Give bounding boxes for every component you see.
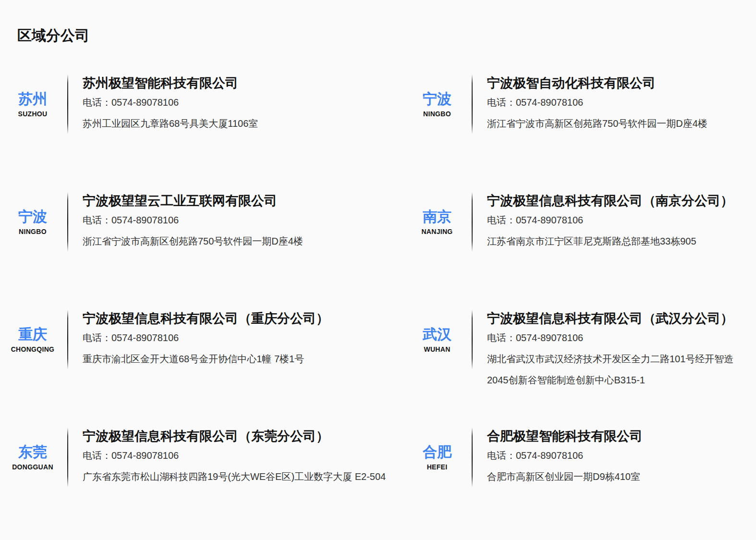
- vertical-divider: [472, 310, 473, 369]
- phone-number: 0574-89078106: [516, 332, 583, 343]
- phone-number: 0574-89078106: [111, 450, 179, 461]
- office-city-name: 苏州: [18, 91, 47, 107]
- phone-number: 0574-89078106: [516, 450, 583, 461]
- office-details: 合肥极望智能科技有限公司 电话：0574-89078106 合肥市高新区创业园一…: [487, 428, 744, 487]
- vertical-divider: [67, 310, 68, 369]
- vertical-divider: [67, 192, 68, 252]
- phone-label: 电话：: [487, 215, 516, 225]
- office-phone-row: 电话：0574-89078106: [83, 92, 397, 113]
- office-card: 重庆 CHONGQING 宁波极望信息科技有限公司（重庆分公司） 电话：0574…: [8, 310, 397, 369]
- phone-number: 0574-89078106: [516, 97, 583, 108]
- phone-label: 电话：: [83, 215, 111, 225]
- office-details: 宁波极望信息科技有限公司（武汉分公司） 电话：0574-89078106 湖北省…: [487, 310, 744, 391]
- office-city-block: 东莞 DONGGUAN: [8, 428, 58, 487]
- office-company-name: 宁波极望信息科技有限公司（武汉分公司）: [487, 310, 744, 327]
- office-city-name-en: SUZHOU: [18, 110, 48, 118]
- office-phone-row: 电话：0574-89078106: [487, 209, 744, 231]
- office-details: 宁波极望信息科技有限公司（东莞分公司） 电话：0574-89078106 广东省…: [83, 428, 397, 487]
- office-address: 广东省东莞市松山湖科技四路19号(光大WE谷E区)工业数字大厦 E2-504: [83, 466, 397, 487]
- phone-label: 电话：: [487, 450, 516, 461]
- office-company-name: 合肥极望智能科技有限公司: [487, 428, 744, 445]
- office-company-name: 宁波极望信息科技有限公司（东莞分公司）: [83, 428, 397, 445]
- phone-label: 电话：: [83, 97, 111, 108]
- office-phone-row: 电话：0574-89078106: [487, 92, 744, 113]
- office-company-name: 宁波极望信息科技有限公司（重庆分公司）: [83, 310, 397, 327]
- phone-label: 电话：: [487, 97, 516, 108]
- phone-label: 电话：: [487, 332, 516, 343]
- office-address: 重庆市渝北区金开大道68号金开协信中心1幢 7楼1号: [83, 348, 397, 369]
- office-card: 苏州 SUZHOU 苏州极望智能科技有限公司 电话：0574-89078106 …: [8, 74, 397, 134]
- office-city-name-en: WUHAN: [424, 345, 450, 354]
- vertical-divider: [472, 428, 473, 487]
- office-card: 宁波 NINGBO 宁波极智自动化科技有限公司 电话：0574-89078106…: [412, 74, 744, 134]
- phone-number: 0574-89078106: [516, 215, 583, 225]
- vertical-divider: [67, 74, 68, 134]
- office-address: 江苏省南京市江宁区菲尼克斯路总部基地33栋905: [487, 231, 744, 252]
- regional-branches-section: 区域分公司 苏州 SUZHOU 苏州极望智能科技有限公司 电话：0574-890…: [0, 0, 756, 540]
- office-card: 武汉 WUHAN 宁波极望信息科技有限公司（武汉分公司） 电话：0574-890…: [412, 310, 744, 391]
- office-details: 宁波极智自动化科技有限公司 电话：0574-89078106 浙江省宁波市高新区…: [487, 74, 744, 134]
- phone-number: 0574-89078106: [111, 215, 179, 225]
- office-city-name: 宁波: [423, 91, 451, 107]
- office-address: 浙江省宁波市高新区创苑路750号软件园一期D座4楼: [487, 113, 744, 134]
- office-city-name-en: HEFEI: [427, 463, 448, 471]
- vertical-divider: [67, 428, 68, 487]
- office-city-name: 武汉: [423, 326, 451, 343]
- office-city-block: 重庆 CHONGQING: [8, 310, 58, 369]
- office-city-block: 宁波 NINGBO: [412, 74, 462, 134]
- office-card: 合肥 HEFEI 合肥极望智能科技有限公司 电话：0574-89078106 合…: [412, 428, 744, 487]
- office-address: 合肥市高新区创业园一期D9栋410室: [487, 466, 744, 487]
- office-city-name-en: DONGGUAN: [12, 463, 53, 471]
- offices-grid: 苏州 SUZHOU 苏州极望智能科技有限公司 电话：0574-89078106 …: [0, 45, 756, 540]
- office-city-name: 宁波: [18, 209, 47, 225]
- office-city-name-en: NANJING: [421, 228, 452, 236]
- office-city-block: 南京 NANJING: [412, 192, 462, 252]
- office-card: 东莞 DONGGUAN 宁波极望信息科技有限公司（东莞分公司） 电话：0574-…: [8, 428, 397, 487]
- office-card: 宁波 NINGBO 宁波极望望云工业互联网有限公司 电话：0574-890781…: [8, 192, 397, 252]
- office-card: 南京 NANJING 宁波极望信息科技有限公司（南京分公司） 电话：0574-8…: [412, 192, 744, 252]
- phone-number: 0574-89078106: [111, 332, 179, 343]
- office-city-name: 南京: [423, 209, 451, 225]
- office-city-block: 合肥 HEFEI: [412, 428, 462, 487]
- office-phone-row: 电话：0574-89078106: [83, 209, 397, 231]
- office-phone-row: 电话：0574-89078106: [487, 445, 744, 466]
- vertical-divider: [472, 192, 473, 252]
- office-phone-row: 电话：0574-89078106: [487, 327, 744, 348]
- office-city-name-en: CHONGQING: [11, 345, 55, 354]
- office-company-name: 宁波极智自动化科技有限公司: [487, 74, 744, 92]
- phone-label: 电话：: [83, 332, 111, 343]
- office-company-name: 苏州极望智能科技有限公司: [83, 74, 397, 92]
- office-details: 宁波极望望云工业互联网有限公司 电话：0574-89078106 浙江省宁波市高…: [83, 192, 397, 252]
- office-company-name: 宁波极望望云工业互联网有限公司: [83, 192, 397, 209]
- office-phone-row: 电话：0574-89078106: [83, 445, 397, 466]
- vertical-divider: [472, 74, 473, 134]
- office-city-block: 武汉 WUHAN: [412, 310, 462, 369]
- office-company-name: 宁波极望信息科技有限公司（南京分公司）: [487, 192, 744, 209]
- office-address: 浙江省宁波市高新区创苑路750号软件园一期D座4楼: [83, 231, 397, 252]
- office-details: 苏州极望智能科技有限公司 电话：0574-89078106 苏州工业园区九章路6…: [83, 74, 397, 134]
- phone-number: 0574-89078106: [111, 97, 179, 108]
- office-city-block: 宁波 NINGBO: [8, 192, 58, 252]
- phone-label: 电话：: [83, 450, 111, 461]
- office-details: 宁波极望信息科技有限公司（南京分公司） 电话：0574-89078106 江苏省…: [487, 192, 744, 252]
- office-address: 苏州工业园区九章路68号具美大厦1106室: [83, 113, 397, 134]
- page-title: 区域分公司: [0, 0, 756, 45]
- office-city-name-en: NINGBO: [19, 228, 47, 236]
- office-city-name: 合肥: [423, 444, 451, 460]
- office-details: 宁波极望信息科技有限公司（重庆分公司） 电话：0574-89078106 重庆市…: [83, 310, 397, 369]
- office-city-name-en: NINGBO: [423, 110, 451, 118]
- office-city-block: 苏州 SUZHOU: [8, 74, 58, 134]
- office-address: 湖北省武汉市武汉经济技术开发区全力二路101号经开智造2045创新谷智能制造创新…: [487, 348, 744, 391]
- office-phone-row: 电话：0574-89078106: [83, 327, 397, 348]
- office-city-name: 东莞: [18, 444, 47, 460]
- office-city-name: 重庆: [18, 326, 47, 343]
